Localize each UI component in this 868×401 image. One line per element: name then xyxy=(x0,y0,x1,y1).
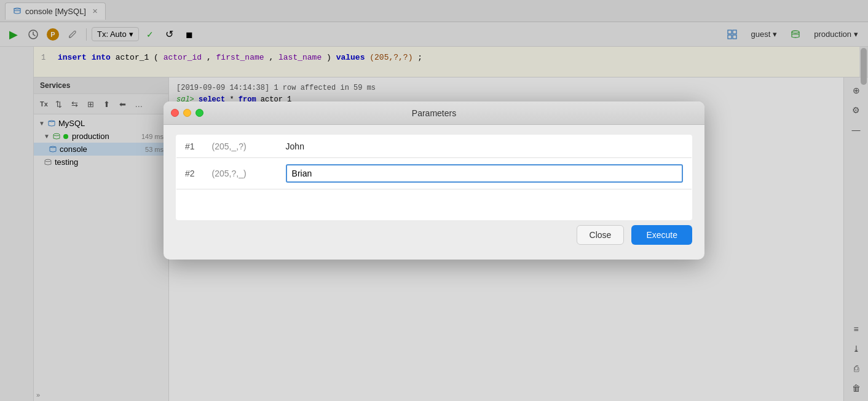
traffic-lights xyxy=(171,109,203,117)
modal-titlebar: Parameters xyxy=(164,101,704,125)
maximize-traffic-light[interactable] xyxy=(195,109,203,117)
param1-expr: (205,_,?) xyxy=(203,135,277,158)
modal-title: Parameters xyxy=(412,108,456,118)
ide-window: console [MySQL] ✕ ▶ P Tx: Auto ▾ ✓ ↺ xyxy=(0,0,868,401)
execute-button[interactable]: Execute xyxy=(631,225,692,245)
param-empty-cell xyxy=(176,189,692,220)
param1-num: #1 xyxy=(176,135,203,158)
param-empty-row xyxy=(176,189,692,220)
close-traffic-light[interactable] xyxy=(171,109,179,117)
param-row-1: #1 (205,_,?) John xyxy=(176,135,692,158)
param2-expr: (205,?,_) xyxy=(203,158,277,189)
params-table: #1 (205,_,?) John #2 (205,?,_) xyxy=(176,135,692,220)
modal-footer: Close Execute xyxy=(176,225,692,247)
param1-value: John xyxy=(277,135,692,158)
minimize-traffic-light[interactable] xyxy=(183,109,191,117)
param2-input-cell xyxy=(277,158,692,189)
modal-body: #1 (205,_,?) John #2 (205,?,_) xyxy=(164,125,704,260)
parameters-modal: Parameters #1 (205,_,?) John #2 (205,?,_… xyxy=(164,101,704,260)
close-button[interactable]: Close xyxy=(577,225,625,245)
param-row-2: #2 (205,?,_) xyxy=(176,158,692,189)
modal-overlay: Parameters #1 (205,_,?) John #2 (205,?,_… xyxy=(0,0,868,401)
param2-num: #2 xyxy=(176,158,203,189)
param2-input[interactable] xyxy=(286,164,683,183)
